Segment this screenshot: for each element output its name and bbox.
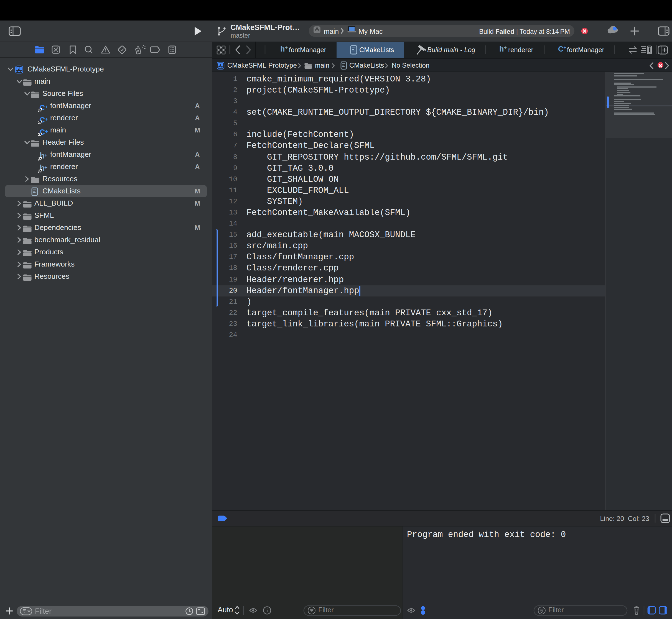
svg-text:Filter: Filter (35, 607, 52, 615)
